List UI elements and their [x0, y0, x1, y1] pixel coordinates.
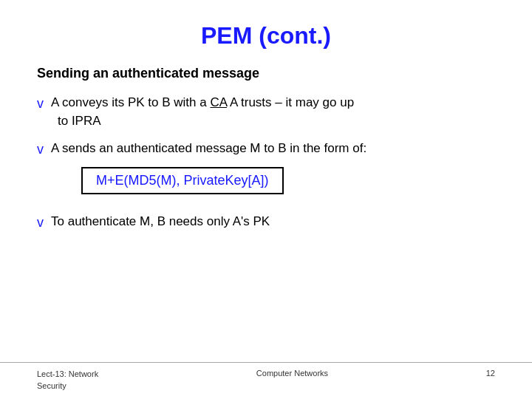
footer-left-line2: Security	[37, 381, 66, 390]
slide: PEM (cont.) Sending an authenticated mes…	[0, 0, 532, 399]
highlight-box-wrapper: M+E(MD5(M), PrivateKey[A])	[37, 160, 495, 202]
bullet-3-row: v To authenticate M, B needs only A's PK	[37, 212, 495, 233]
bullet-3-text: To authenticate M, B needs only A's PK	[51, 212, 495, 231]
bullet-2-text: A sends an authenticated message M to B …	[51, 139, 495, 158]
bullet-2-icon: v	[37, 140, 44, 160]
footer-left: Lect-13: Network Security	[37, 369, 98, 392]
slide-title: PEM (cont.)	[37, 22, 495, 50]
footer-left-line1: Lect-13: Network	[37, 369, 98, 378]
ca-text: CA	[210, 95, 227, 109]
footer-right: 12	[486, 369, 495, 378]
section-heading: Sending an authenticated message	[37, 66, 495, 81]
highlight-box: M+E(MD5(M), PrivateKey[A])	[81, 167, 284, 194]
bullet-1-block: v A conveys its PK to B with a CA A trus…	[37, 93, 495, 129]
bullet-2-row: v A sends an authenticated message M to …	[37, 139, 495, 160]
bullet-3-block: v To authenticate M, B needs only A's PK	[37, 212, 495, 233]
footer: Lect-13: Network Security Computer Netwo…	[0, 362, 532, 399]
bullet-1-icon: v	[37, 94, 44, 114]
bullet-1-continuation: to IPRA	[37, 114, 495, 129]
bullet-1-row: v A conveys its PK to B with a CA A trus…	[37, 93, 495, 114]
footer-center: Computer Networks	[256, 369, 328, 378]
bullet-1-text: A conveys its PK to B with a CA A trusts…	[51, 93, 495, 112]
bullet-2-block: v A sends an authenticated message M to …	[37, 139, 495, 202]
bullet-3-icon: v	[37, 213, 44, 233]
